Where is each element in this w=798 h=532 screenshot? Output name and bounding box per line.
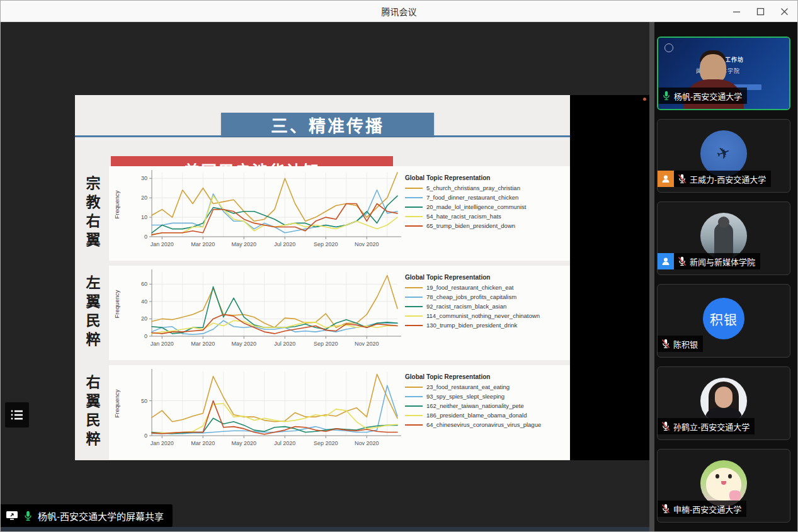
legend-label: 5_church_christians_pray_christian xyxy=(426,184,520,191)
photo-avatar xyxy=(700,378,747,424)
row-label: 宗教右翼 xyxy=(75,166,109,261)
svg-text:Jul 2020: Jul 2020 xyxy=(274,241,295,247)
svg-text:Jan 2020: Jan 2020 xyxy=(151,341,174,347)
svg-text:Sep 2020: Sep 2020 xyxy=(314,241,338,247)
person-icon xyxy=(661,256,671,266)
legend-item: 162_neither_taiwan_nationality_pete xyxy=(405,401,570,410)
legend-label: 93_spy_spies_slept_sleeping xyxy=(426,393,504,400)
svg-text:50: 50 xyxy=(141,398,147,404)
row-label: 左翼民粹 xyxy=(75,266,109,360)
legend-swatch xyxy=(405,297,423,298)
legend-title: Global Topic Representation xyxy=(405,373,570,380)
svg-text:Nov 2020: Nov 2020 xyxy=(355,241,379,247)
legend-item: 65_trump_biden_president_down xyxy=(405,221,570,230)
mic-on-icon xyxy=(662,91,671,101)
svg-text:Mar 2020: Mar 2020 xyxy=(191,341,215,347)
legend-swatch xyxy=(405,197,423,198)
mic-on-icon xyxy=(23,511,33,521)
university-emblem-icon xyxy=(664,43,673,52)
participant-tile-sunheli[interactable]: 孙鹤立-西安交通大学 xyxy=(657,366,790,440)
legend-label: 114_communist_nothing_never_chinatown xyxy=(426,312,540,319)
cartoon-cat-avatar xyxy=(700,460,747,507)
chart-panel: 0102030Jan 2020Mar 2020May 2020Jul 2020S… xyxy=(109,166,570,261)
tencent-meeting-window: 腾讯会议 三、精准传播 美国用户涉华认知 宗教右翼 xyxy=(0,0,798,532)
participant-tile-yangfan[interactable]: 术工作坊 闻与新媒体学院 xyxy=(657,37,790,110)
svg-text:Mar 2020: Mar 2020 xyxy=(191,241,215,247)
participant-tiles: 术工作坊 闻与新媒体学院 xyxy=(657,37,790,531)
legend-swatch xyxy=(405,387,423,388)
participant-tile-wangweili[interactable]: ✈ xyxy=(657,119,790,193)
legend-item: 20_made_lol_intelligence_communist xyxy=(405,202,570,212)
legend-label: 54_hate_racist_racism_hats xyxy=(426,213,501,220)
host-badge xyxy=(658,171,674,187)
legend-label: 64_chinesevirus_coronavirus_virus_plague xyxy=(426,421,541,428)
svg-text:0: 0 xyxy=(144,333,147,339)
maximize-button[interactable] xyxy=(756,7,765,16)
titlebar: 腾讯会议 xyxy=(1,1,797,22)
participant-namebar: 陈积银 xyxy=(658,336,703,352)
svg-text:Nov 2020: Nov 2020 xyxy=(355,341,379,347)
legend-swatch xyxy=(405,306,423,307)
legend-label: 92_racist_racism_black_asian xyxy=(426,303,506,310)
legend-label: 130_trump_biden_president_drink xyxy=(426,322,517,329)
svg-text:Frequency: Frequency xyxy=(113,190,120,218)
chart-legend: Global Topic Representation19_food_resta… xyxy=(405,266,570,360)
person-icon xyxy=(661,174,671,184)
row-label: 右翼民粹 xyxy=(75,365,109,460)
minimize-button[interactable] xyxy=(732,7,741,16)
legend-title: Global Topic Representation xyxy=(405,274,570,281)
svg-text:Frequency: Frequency xyxy=(113,290,120,318)
participant-tile-shennan[interactable]: 申楠-西安交通大学 xyxy=(657,449,790,523)
legend-item: 7_food_dinner_restaurant_chicken xyxy=(405,193,570,202)
mic-muted-icon xyxy=(661,421,670,431)
sidebar-toggle-button[interactable] xyxy=(5,402,29,427)
chart-legend: Global Topic Representation23_food_resta… xyxy=(405,365,570,460)
mic-muted-icon xyxy=(661,504,670,514)
legend-swatch xyxy=(405,415,423,416)
chart-rows: 宗教右翼 0102030Jan 2020Mar 2020May 2020Jul … xyxy=(75,166,570,460)
mic-muted-icon xyxy=(678,174,687,184)
shared-screen-stage: 三、精准传播 美国用户涉华认知 宗教右翼 0102030Jan 2020Mar … xyxy=(1,22,649,531)
legend-label: 78_cheap_jobs_profits_capitalism xyxy=(426,293,516,300)
svg-text:May 2020: May 2020 xyxy=(231,341,256,347)
chart-row-right-populist: 右翼民粹 050Jan 2020Mar 2020May 2020Jul 2020… xyxy=(75,365,570,460)
legend-label: 65_trump_biden_president_down xyxy=(426,222,515,229)
svg-text:Jul 2020: Jul 2020 xyxy=(274,440,295,446)
close-button[interactable] xyxy=(780,7,789,16)
mic-muted-icon xyxy=(661,339,670,349)
legend-swatch xyxy=(405,287,423,288)
participant-namebar: 杨帆-西安交通大学 xyxy=(658,88,747,104)
legend-item: 92_racist_racism_black_asian xyxy=(405,302,570,311)
app-title: 腾讯会议 xyxy=(382,5,417,18)
participant-tile-xinwenxuejyuan[interactable]: 新闻与新媒体学院 xyxy=(657,201,790,275)
legend-label: 7_food_dinner_restaurant_chicken xyxy=(426,194,518,201)
presentation-slide: 三、精准传播 美国用户涉华认知 宗教右翼 0102030Jan 2020Mar … xyxy=(75,95,570,460)
svg-text:40: 40 xyxy=(141,298,147,305)
participant-name: 王威力-西安交通大学 xyxy=(690,173,766,185)
legend-item: 93_spy_spies_slept_sleeping xyxy=(405,392,570,401)
participant-name: 申楠-西安交通大学 xyxy=(673,503,741,515)
participant-tile-chenjiyin[interactable]: 积银 陈积银 xyxy=(657,284,790,358)
sidebar-resize-handle[interactable] xyxy=(649,22,654,531)
legend-item: 54_hate_racist_racism_hats xyxy=(405,212,570,221)
line-chart-left-populist: 0204060Jan 2020Mar 2020May 2020Jul 2020S… xyxy=(109,266,405,360)
svg-text:0: 0 xyxy=(144,433,147,439)
chart-panel: 0204060Jan 2020Mar 2020May 2020Jul 2020S… xyxy=(109,266,570,360)
legend-label: 186_president_blame_obama_donald xyxy=(426,412,527,419)
svg-text:Sep 2020: Sep 2020 xyxy=(314,440,338,446)
screen-share-letterbox xyxy=(570,95,649,460)
svg-text:May 2020: May 2020 xyxy=(231,440,256,446)
svg-text:0: 0 xyxy=(144,234,147,240)
line-chart-religious-right: 0102030Jan 2020Mar 2020May 2020Jul 2020S… xyxy=(109,166,405,261)
legend-swatch xyxy=(405,315,423,317)
legend-title: Global Topic Representation xyxy=(405,174,570,181)
screen-share-icon xyxy=(6,510,18,521)
legend-item: 114_communist_nothing_never_chinatown xyxy=(405,311,570,320)
window-controls xyxy=(732,1,789,22)
legend-item: 5_church_christians_pray_christian xyxy=(405,183,570,193)
participants-sidebar: 术工作坊 闻与新媒体学院 xyxy=(649,22,797,531)
chart-row-left-populist: 左翼民粹 0204060Jan 2020Mar 2020May 2020Jul … xyxy=(75,266,570,360)
recording-dot xyxy=(643,98,646,101)
legend-label: 20_made_lol_intelligence_communist xyxy=(426,203,526,210)
maximize-icon xyxy=(756,8,765,16)
